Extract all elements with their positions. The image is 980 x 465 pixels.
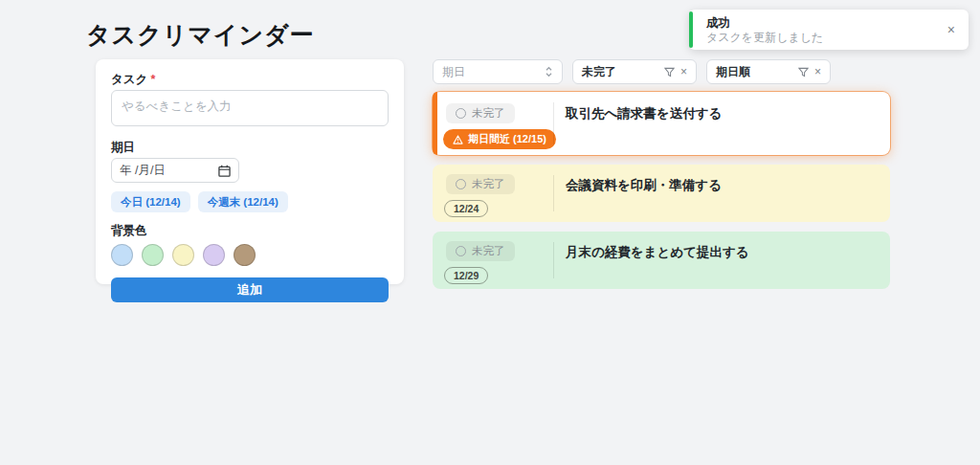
status-chip[interactable]: 未完了 (446, 241, 515, 261)
toast-accent-bar (689, 11, 693, 48)
weekend-button[interactable]: 今週末 (12/14) (198, 191, 288, 212)
color-swatch-purple[interactable] (203, 244, 225, 266)
task-label-text: タスク (111, 73, 147, 86)
due-date-label: 期日 (111, 141, 389, 154)
add-task-button[interactable]: 追加 (111, 277, 389, 302)
color-swatch-blue[interactable] (111, 244, 133, 266)
due-soon-badge: 期日間近 (12/15) (443, 129, 556, 149)
page-title: タスクリマインダー (86, 19, 315, 51)
task-form-card: タスク* 期日 年 /月/日 今日 (12/14) 今週末 (12/14) 背景… (96, 59, 404, 284)
card-divider (553, 102, 554, 144)
bg-color-label: 背景色 (111, 224, 389, 237)
status-label: 未完了 (472, 244, 505, 258)
toast-close-button[interactable]: × (934, 10, 969, 50)
sort-select[interactable]: 期日 (433, 59, 563, 84)
filter-funnel-icon (664, 67, 675, 78)
toast-text: 成功 タスクを更新しました (706, 15, 934, 45)
today-button[interactable]: 今日 (12/14) (111, 191, 190, 212)
color-swatch-green[interactable] (142, 244, 164, 266)
date-value: 年 /月/日 (120, 163, 166, 179)
task-card[interactable]: 未完了 12/24 会議資料を印刷・準備する (433, 165, 890, 222)
due-date-pill: 12/24 (444, 200, 488, 217)
calendar-icon (218, 165, 231, 177)
filter-chip-status[interactable]: 未完了 × (572, 59, 697, 84)
toast-message: タスクを更新しました (706, 31, 934, 45)
status-chip[interactable]: 未完了 (446, 174, 515, 194)
status-label: 未完了 (472, 177, 505, 191)
circle-icon (456, 246, 466, 256)
card-divider (553, 175, 554, 211)
task-title: 取引先へ請求書を送付する (566, 105, 722, 122)
status-chip[interactable]: 未完了 (446, 103, 515, 123)
filter-bar: 期日 未完了 × 期日順 × (433, 59, 831, 84)
task-title: 月末の経費をまとめて提出する (566, 244, 749, 261)
task-card-urgent[interactable]: 未完了 期日間近 (12/15) 取引先へ請求書を送付する (433, 92, 890, 155)
task-field-label: タスク* (111, 73, 389, 86)
color-swatch-tan[interactable] (234, 244, 256, 266)
card-divider (553, 242, 554, 278)
urgent-accent-bar (433, 92, 437, 155)
task-input[interactable] (111, 90, 389, 126)
color-swatches (111, 244, 389, 266)
task-card[interactable]: 未完了 12/29 月末の経費をまとめて提出する (433, 232, 890, 289)
filter-clear-icon[interactable]: × (680, 66, 687, 78)
due-soon-label: 期日間近 (12/15) (468, 132, 546, 146)
circle-icon (456, 179, 466, 189)
sort-select-value: 期日 (442, 64, 465, 80)
chevron-up-down-icon (545, 66, 553, 78)
filter-chip-order[interactable]: 期日順 × (706, 59, 831, 84)
circle-icon (456, 108, 466, 119)
filter-chip-order-label: 期日順 (716, 64, 798, 80)
toast-notification: 成功 タスクを更新しました × (689, 10, 969, 50)
filter-clear-icon[interactable]: × (814, 66, 821, 78)
color-swatch-yellow[interactable] (172, 244, 194, 266)
due-date-pill: 12/29 (444, 267, 488, 284)
due-date-input[interactable]: 年 /月/日 (111, 158, 239, 183)
filter-chip-status-label: 未完了 (582, 64, 664, 80)
toast-title: 成功 (706, 15, 934, 31)
required-mark: * (150, 73, 155, 86)
quick-date-buttons: 今日 (12/14) 今週末 (12/14) (111, 191, 389, 212)
close-icon: × (947, 22, 955, 37)
warning-icon (453, 135, 463, 144)
filter-funnel-icon (798, 67, 809, 78)
task-title: 会議資料を印刷・準備する (566, 177, 722, 194)
status-label: 未完了 (472, 106, 505, 121)
